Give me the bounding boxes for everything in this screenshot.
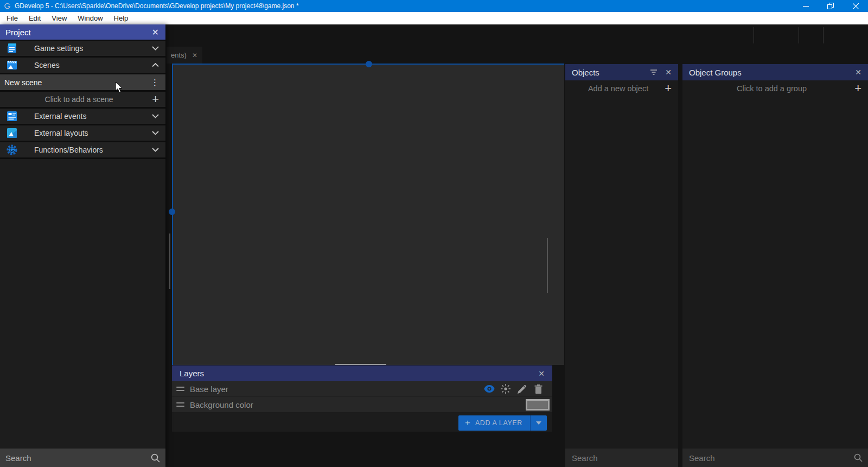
add-object-plus-icon[interactable]: + xyxy=(665,83,672,94)
section-external-events[interactable]: External events xyxy=(0,109,165,124)
project-search-bar xyxy=(0,449,165,467)
project-panel-title: Project xyxy=(5,28,152,37)
add-layer-dropdown-arrow[interactable] xyxy=(530,415,547,431)
object-groups-panel-header: Object Groups ✕ xyxy=(682,64,868,80)
search-icon xyxy=(151,453,160,463)
scene-item-label: New scene xyxy=(4,78,151,87)
layer-name: Base layer xyxy=(190,384,228,394)
section-label: Functions/Behaviors xyxy=(34,146,152,154)
layer-effects-icon[interactable] xyxy=(497,381,514,396)
scene-editor-canvas[interactable] xyxy=(172,64,564,365)
section-label: Scenes xyxy=(34,61,152,70)
object-groups-panel-title: Object Groups xyxy=(689,68,855,77)
project-panel: Project ✕ Game settings Scenes New scene… xyxy=(0,24,165,467)
toolbar-divider xyxy=(799,27,799,43)
layers-panel-header: Layers ✕ xyxy=(172,365,552,381)
object-groups-close-icon[interactable]: ✕ xyxy=(855,68,861,77)
add-scene-row[interactable]: Click to add a scene + xyxy=(0,92,165,107)
selection-handle-top[interactable] xyxy=(366,61,372,67)
close-window-button[interactable] xyxy=(843,0,868,12)
plus-icon: + xyxy=(465,418,470,428)
tab-label: ents) xyxy=(171,51,187,59)
add-scene-plus-icon[interactable]: + xyxy=(152,94,159,105)
menu-help[interactable]: Help xyxy=(108,12,134,24)
scenes-icon xyxy=(6,59,18,71)
window-controls xyxy=(793,0,868,12)
mouse-cursor xyxy=(115,81,124,96)
object-groups-panel: Object Groups ✕ Click to add a group + xyxy=(682,64,868,467)
toolbar-divider xyxy=(823,27,824,43)
chevron-down-icon xyxy=(152,131,159,135)
project-panel-scrollbar[interactable] xyxy=(169,234,170,289)
objects-panel-header: Objects ✕ xyxy=(565,64,678,80)
chevron-down-icon xyxy=(152,114,159,118)
section-label: External events xyxy=(34,112,152,121)
add-layer-label: ADD A LAYER xyxy=(475,419,522,427)
menu-window[interactable]: Window xyxy=(72,12,108,24)
objects-close-icon[interactable]: ✕ xyxy=(665,68,672,77)
gdevelop-logo-icon xyxy=(3,2,11,10)
project-panel-header: Project ✕ xyxy=(0,24,165,40)
add-object-label: Add a new object xyxy=(572,84,665,93)
menu-file[interactable]: File xyxy=(1,12,23,24)
layer-drag-handle-icon[interactable] xyxy=(176,387,184,391)
menu-view[interactable]: View xyxy=(46,12,72,24)
section-game-settings[interactable]: Game settings xyxy=(0,41,165,56)
section-external-layouts[interactable]: External layouts xyxy=(0,125,165,141)
events-editor-tab[interactable]: ents) ✕ xyxy=(167,47,202,64)
layers-list: Base layer Background color xyxy=(172,381,552,412)
layers-panel-title: Layers xyxy=(180,369,538,378)
scene-item-new-scene[interactable]: New scene ⋮ xyxy=(0,74,165,90)
background-color-swatch[interactable] xyxy=(526,399,550,411)
section-scenes[interactable]: Scenes xyxy=(0,58,165,73)
groups-search-bar xyxy=(682,449,868,467)
section-functions-behaviors[interactable]: Functions/Behaviors xyxy=(0,142,165,157)
layer-delete-trash-icon[interactable] xyxy=(530,381,546,396)
objects-search-bar xyxy=(565,449,678,467)
add-group-plus-icon[interactable]: + xyxy=(854,83,861,94)
external-layouts-icon xyxy=(6,127,18,139)
add-scene-label: Click to add a scene xyxy=(6,95,152,104)
canvas-scrollbar[interactable] xyxy=(547,238,548,293)
layer-drag-handle-icon[interactable] xyxy=(176,402,184,407)
search-icon xyxy=(854,453,863,462)
layer-row-base[interactable]: Base layer xyxy=(172,381,552,396)
toolbar-divider xyxy=(754,27,754,43)
objects-search-input[interactable] xyxy=(571,453,681,463)
add-group-row[interactable]: Click to add a group + xyxy=(682,80,868,97)
functions-behaviors-icon xyxy=(6,144,18,156)
minimize-button[interactable] xyxy=(793,0,818,12)
chevron-down-icon xyxy=(152,46,159,51)
layer-visibility-eye-icon[interactable] xyxy=(481,381,497,396)
layer-name: Background color xyxy=(190,400,253,409)
external-events-icon xyxy=(6,110,18,122)
window-title: GDevelop 5 - C:\Users\Sparkle\OneDrive\D… xyxy=(15,2,299,10)
layer-edit-pencil-icon[interactable] xyxy=(514,381,530,396)
add-layer-button[interactable]: + ADD A LAYER xyxy=(458,415,547,431)
section-label: External layouts xyxy=(34,129,152,137)
groups-search-input[interactable] xyxy=(688,453,854,463)
project-tree: Game settings Scenes New scene ⋮ Click t… xyxy=(0,40,165,159)
objects-filter-icon[interactable] xyxy=(647,65,661,80)
layers-close-icon[interactable]: ✕ xyxy=(538,369,545,378)
restore-button[interactable] xyxy=(818,0,843,12)
titlebar: GDevelop 5 - C:\Users\Sparkle\OneDrive\D… xyxy=(0,0,868,12)
project-close-icon[interactable]: ✕ xyxy=(152,27,159,37)
layers-panel-footer: + ADD A LAYER xyxy=(172,412,552,432)
chevron-down-icon xyxy=(152,148,159,152)
objects-panel-title: Objects xyxy=(572,68,647,77)
add-layer-button-main[interactable]: + ADD A LAYER xyxy=(458,415,530,431)
objects-panel: Objects ✕ Add a new object + xyxy=(565,64,678,467)
layer-row-background-color[interactable]: Background color xyxy=(172,397,552,412)
menu-edit[interactable]: Edit xyxy=(23,12,46,24)
selection-handle-left[interactable] xyxy=(169,209,175,215)
tab-close-icon[interactable]: ✕ xyxy=(192,52,197,59)
chevron-up-icon xyxy=(152,63,159,67)
project-search-input[interactable] xyxy=(4,453,151,463)
layers-panel-resize-handle[interactable] xyxy=(335,364,386,365)
layer-actions xyxy=(481,381,546,396)
menubar: File Edit View Window Help xyxy=(0,12,868,24)
scene-options-kebab-icon[interactable]: ⋮ xyxy=(151,79,159,86)
section-label: Game settings xyxy=(34,44,152,53)
add-object-row[interactable]: Add a new object + xyxy=(565,80,678,97)
